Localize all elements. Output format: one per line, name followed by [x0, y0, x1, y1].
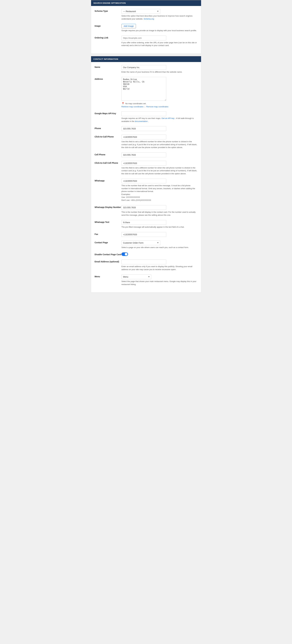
menu-row: Menu Menu Dinner Menu Lunch Menu Brunch …: [95, 274, 198, 286]
email-address-label: Email Address (optional): [95, 260, 122, 263]
email-address-input[interactable]: [122, 260, 166, 264]
seo-section-header: Search Engine Optimization: [91, 0, 201, 6]
disable-contact-page-card-toggle[interactable]: [122, 252, 128, 256]
whatsapp-content: This is the number that will be used to …: [122, 178, 198, 202]
schema-type-description: Select the option that best describes yo…: [122, 14, 198, 20]
click-to-call-cell-phone-label: Click-to-Call Cell Phone: [95, 161, 122, 164]
disable-contact-page-card-row: Disable Contact Page Card: [95, 252, 198, 256]
fax-input[interactable]: [122, 232, 166, 237]
map-info: 📍 No map coordinates set.: [122, 102, 198, 105]
phone-label: Phone: [95, 126, 122, 130]
menu-content: Menu Dinner Menu Lunch Menu Brunch Menu …: [122, 274, 198, 286]
address-textarea[interactable]: Rodeo Drive Beverly Hills, CA 90210 USA …: [122, 77, 166, 101]
whatsapp-text-description: The pre-filled message will automaticall…: [122, 226, 198, 228]
seo-section: Search Engine Optimization Schema Type -…: [91, 0, 201, 54]
phone-input[interactable]: [122, 126, 166, 131]
phone-content: [122, 126, 198, 131]
whatsapp-label: Whatsapp: [95, 178, 122, 182]
disable-contact-page-card-content: [122, 252, 198, 256]
click-to-call-cell-phone-row: Click-to-Call Cell Phone Use this field …: [95, 161, 198, 175]
click-to-call-phone-description: Use this field to set a different number…: [122, 140, 198, 149]
contact-section-header: Contact Information: [91, 56, 201, 62]
whatsapp-row: Whatsapp This is the number that will be…: [95, 178, 198, 202]
disable-contact-page-card-label: Disable Contact Page Card: [95, 252, 122, 256]
email-address-row: Email Address (optional) Enter an email …: [95, 260, 198, 271]
cell-phone-row: Cell Phone: [95, 152, 198, 157]
schema-org-link[interactable]: Schema.org: [144, 18, 154, 20]
google-maps-api-key-label: Google Maps API Key: [95, 111, 122, 115]
name-content: Enter the name of your business if it is…: [122, 65, 198, 74]
contact-section-body: Name Enter the name of your business if …: [91, 62, 201, 292]
email-address-description: Enter an email address only if you want …: [122, 265, 198, 271]
retrieve-map-coordinates-link[interactable]: Retrieve map coordinates: [122, 106, 144, 108]
whatsapp-text-content: The pre-filled message will automaticall…: [122, 220, 198, 228]
click-to-call-cell-phone-description: Use this field to set a different number…: [122, 166, 198, 175]
schema-type-label: Schema Type: [95, 9, 122, 12]
schema-type-select[interactable]: --- Restaurant Restaurant Cafe Bar Baker…: [122, 9, 160, 14]
google-maps-api-key-content: Google requires an API key to use their …: [122, 111, 198, 123]
contact-page-row: Contact Page Customer Order Form Contact…: [95, 240, 198, 249]
remove-map-coordinates-link[interactable]: Remove map coordinates: [146, 106, 168, 108]
click-to-call-phone-content: Use this field to set a different number…: [122, 134, 198, 149]
whatsapp-description: This is the number that will be used to …: [122, 184, 198, 202]
name-input[interactable]: [122, 65, 166, 70]
contact-page-label: Contact Page: [95, 240, 122, 244]
map-pin-icon: 📍: [122, 102, 124, 105]
add-image-button[interactable]: Add Image: [122, 24, 136, 28]
fax-row: Fax: [95, 232, 198, 237]
image-content: Add Image Google requires you provide an…: [122, 24, 198, 32]
address-content: Rodeo Drive Beverly Hills, CA 90210 USA …: [122, 77, 198, 108]
toggle-slider: [122, 252, 128, 256]
google-maps-api-key-description: Google requires an API key to use their …: [122, 117, 198, 123]
whatsapp-input[interactable]: [122, 178, 166, 183]
whatsapp-text-row: Whatsapp Text The pre-filled message wil…: [95, 220, 198, 228]
fax-content: [122, 232, 198, 237]
image-label: Image: [95, 24, 122, 27]
menu-select[interactable]: Menu Dinner Menu Lunch Menu Brunch Menu: [122, 274, 151, 279]
whatsapp-text-label: Whatsapp Text: [95, 220, 122, 223]
whatsapp-text-input[interactable]: [122, 220, 166, 225]
google-maps-api-key-row: Google Maps API Key Google requires an A…: [95, 111, 198, 123]
ordering-link-input[interactable]: [122, 36, 166, 40]
ordering-link-row: Ordering Link If you offer online orderi…: [95, 36, 198, 47]
name-row: Name Enter the name of your business if …: [95, 65, 198, 74]
click-to-call-phone-input[interactable]: [122, 134, 166, 140]
cell-phone-content: [122, 152, 198, 157]
email-address-content: Enter an email address only if you want …: [122, 260, 198, 271]
contact-page-select[interactable]: Customer Order Form Contact Us Get In To…: [122, 240, 160, 245]
google-maps-api-key-input[interactable]: [122, 111, 166, 116]
click-to-call-phone-row: Click-to-Call Phone Use this field to se…: [95, 134, 198, 149]
click-to-call-phone-label: Click-to-Call Phone: [95, 134, 122, 138]
contact-section: Contact Information Name Enter the name …: [91, 56, 201, 293]
menu-description: Select the page that shows your main res…: [122, 280, 198, 286]
map-links: Retrieve map coordinates | Remove map co…: [122, 106, 198, 108]
address-label: Address: [95, 77, 122, 80]
ordering-link-label: Ordering Link: [95, 36, 122, 39]
image-description: Google requires you provide an image to …: [122, 29, 198, 32]
click-to-call-cell-phone-input[interactable]: [122, 161, 166, 166]
whatsapp-display-number-row: Whatsapp Display Number This is the numb…: [95, 205, 198, 216]
address-row: Address Rodeo Drive Beverly Hills, CA 90…: [95, 77, 198, 108]
whatsapp-display-number-content: This is the number that will display in …: [122, 205, 198, 216]
phone-row: Phone: [95, 126, 198, 131]
cell-phone-label: Cell Phone: [95, 152, 122, 156]
seo-section-body: Schema Type --- Restaurant Restaurant Ca…: [91, 6, 201, 54]
contact-page-description: Select a page on your site where users c…: [122, 246, 198, 249]
whatsapp-display-number-input[interactable]: [122, 205, 166, 210]
whatsapp-display-number-description: This is the number that will display in …: [122, 211, 198, 216]
name-description: Enter the name of your business if it is…: [122, 70, 198, 74]
fax-label: Fax: [95, 232, 122, 236]
contact-page-content: Customer Order Form Contact Us Get In To…: [122, 240, 198, 249]
schema-type-content: --- Restaurant Restaurant Cafe Bar Baker…: [122, 9, 198, 20]
ordering-link-description: If you offer online ordering, enter the …: [122, 41, 198, 47]
map-status-text: No map coordinates set.: [125, 102, 146, 105]
menu-label: Menu: [95, 274, 122, 278]
cell-phone-input[interactable]: [122, 152, 166, 157]
click-to-call-cell-phone-content: Use this field to set a different number…: [122, 161, 198, 175]
whatsapp-display-number-label: Whatsapp Display Number: [95, 205, 122, 208]
documentation-link[interactable]: documentation: [135, 120, 148, 122]
get-api-key-link[interactable]: Get an API key: [162, 117, 174, 120]
name-label: Name: [95, 65, 122, 68]
ordering-link-content: If you offer online ordering, enter the …: [122, 36, 198, 47]
image-row: Image Add Image Google requires you prov…: [95, 24, 198, 32]
